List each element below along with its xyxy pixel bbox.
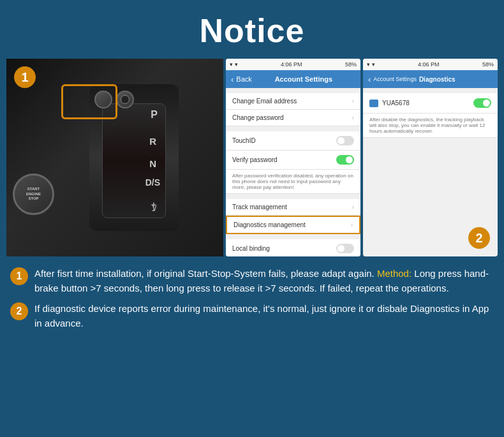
badge-2: 2 xyxy=(468,227,490,249)
header-section: Notice xyxy=(0,0,504,59)
verify-note: After password verification disabled, an… xyxy=(226,170,360,194)
notice-badge-1: 1 xyxy=(10,267,28,285)
nav-bar-1: ‹ Back Account Settings xyxy=(226,70,360,88)
verify-label: Verify password xyxy=(232,156,278,163)
settings-row-touchid[interactable]: TouchID xyxy=(226,131,360,151)
settings-row-email[interactable]: Change Email address › xyxy=(226,93,360,110)
separator-5 xyxy=(363,88,498,93)
device-row-left: YUA5678 xyxy=(369,100,410,107)
badge-1: 1 xyxy=(14,66,36,88)
chevron-icon-4: › xyxy=(351,221,353,228)
notice-text-1: After fisrt time installation, if origin… xyxy=(34,267,494,295)
touchid-toggle[interactable] xyxy=(336,136,354,145)
phone-screens: ▾ ▾ 4:06 PM 58% ‹ Back Account Settings … xyxy=(226,59,498,256)
notice-badge-2: 2 xyxy=(10,302,28,320)
chevron-icon-3: › xyxy=(352,204,354,211)
nav-title-1: Account Settings xyxy=(252,75,355,83)
touchid-label: TouchID xyxy=(232,137,256,144)
email-label: Change Email address xyxy=(232,98,297,105)
notice-1-before: After fisrt time installation, if origin… xyxy=(34,268,377,279)
page-title: Notice xyxy=(0,11,504,50)
notices-section: 1 After fisrt time installation, if orig… xyxy=(0,259,504,343)
wifi-icon: ▾ ▾ xyxy=(230,61,238,68)
back-label-1[interactable]: Back xyxy=(236,75,251,83)
phone-screen-1: ▾ ▾ 4:06 PM 58% ‹ Back Account Settings … xyxy=(226,59,360,256)
start-stop-label: STARTENGINESTOP xyxy=(26,187,41,202)
settings-content-1: Change Email address › Change password ›… xyxy=(226,88,360,256)
status-left-2: ▾ ▾ xyxy=(367,61,375,68)
binding-toggle[interactable] xyxy=(336,244,354,253)
status-left-1: ▾ ▾ xyxy=(230,61,238,68)
binding-label: Local binding xyxy=(232,245,270,252)
settings-row-password[interactable]: Change password › xyxy=(226,110,360,126)
phone-screen-2: ▾ ▾ 4:06 PM 58% ‹ Account Settings Diagn… xyxy=(363,59,498,256)
diag-toggle[interactable] xyxy=(473,98,491,108)
status-right-1: 58% xyxy=(345,61,357,68)
password-label: Change password xyxy=(232,114,284,121)
track-label: Track management xyxy=(232,204,287,211)
wifi-icon-2: ▾ ▾ xyxy=(367,61,375,68)
settings-row-verify[interactable]: Verify password xyxy=(226,151,360,170)
highlight-box xyxy=(61,84,117,119)
settings-row-binding[interactable]: Local binding xyxy=(226,239,360,256)
car-image: P R N D/S + - ∨ xyxy=(6,59,223,256)
chevron-icon: › xyxy=(352,98,354,105)
diag-note: After disable the diagnostics, the track… xyxy=(363,114,498,138)
battery-2: 58% xyxy=(482,61,494,68)
status-time-2: 4:06 PM xyxy=(418,61,440,68)
verify-toggle[interactable] xyxy=(336,155,354,165)
car-icon xyxy=(369,100,378,107)
back-arrow-icon[interactable]: ‹ xyxy=(231,75,233,84)
back-label-2[interactable]: Account Settings xyxy=(373,76,417,82)
diagnostics-content: YUA5678 After disable the diagnostics, t… xyxy=(363,88,498,138)
separator-3 xyxy=(226,194,360,199)
chevron-icon-2: › xyxy=(352,114,354,121)
notice-text-2: If diagnostic device reports error durin… xyxy=(34,302,494,330)
back-arrow-icon-2[interactable]: ‹ xyxy=(368,75,371,84)
device-id: YUA5678 xyxy=(382,100,410,107)
separator xyxy=(226,88,360,93)
separator-4 xyxy=(226,234,360,239)
status-bar-1: ▾ ▾ 4:06 PM 58% xyxy=(226,59,360,70)
separator-2 xyxy=(226,126,360,131)
notice-item-1: 1 After fisrt time installation, if orig… xyxy=(10,267,494,295)
status-right-2: 58% xyxy=(482,61,494,68)
notice-1-highlight: Method: xyxy=(377,268,411,279)
settings-row-track[interactable]: Track management › xyxy=(226,199,360,216)
settings-row-diagnostics[interactable]: Diagnostics management › xyxy=(226,216,360,234)
images-section: P R N D/S + - ∨ xyxy=(6,59,498,256)
battery-1: 58% xyxy=(345,61,357,68)
nav-bar-2: ‹ Account Settings Diagnostics xyxy=(363,70,498,88)
diag-device-row[interactable]: YUA5678 xyxy=(363,93,498,114)
diagnostics-label: Diagnostics management xyxy=(233,221,306,228)
status-bar-2: ▾ ▾ 4:06 PM 58% xyxy=(363,59,498,70)
status-time-1: 4:06 PM xyxy=(281,61,302,68)
notice-item-2: 2 If diagnostic device reports error dur… xyxy=(10,302,494,330)
start-stop-button: STARTENGINESTOP xyxy=(13,174,54,215)
nav-title-2: Diagnostics xyxy=(419,76,456,83)
